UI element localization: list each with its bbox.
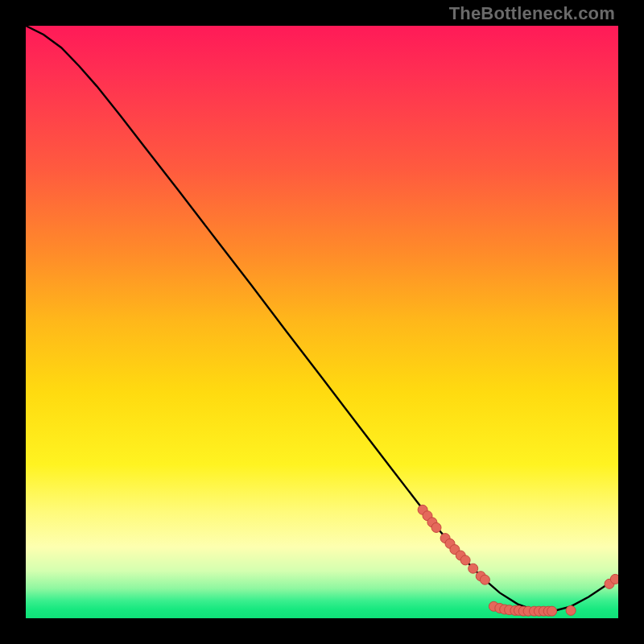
data-marker: [566, 605, 576, 615]
data-marker: [460, 555, 470, 565]
data-marker: [547, 606, 557, 616]
data-marker: [469, 564, 478, 573]
watermark-text: TheBottleneck.com: [449, 3, 615, 24]
chart-overlay: [26, 26, 618, 618]
data-marker: [610, 574, 618, 584]
chart-frame: TheBottleneck.com: [0, 0, 644, 644]
data-markers: [418, 505, 618, 616]
data-marker: [480, 575, 489, 584]
bottleneck-curve: [26, 26, 618, 611]
plot-area: [26, 26, 618, 618]
data-marker: [431, 522, 441, 532]
